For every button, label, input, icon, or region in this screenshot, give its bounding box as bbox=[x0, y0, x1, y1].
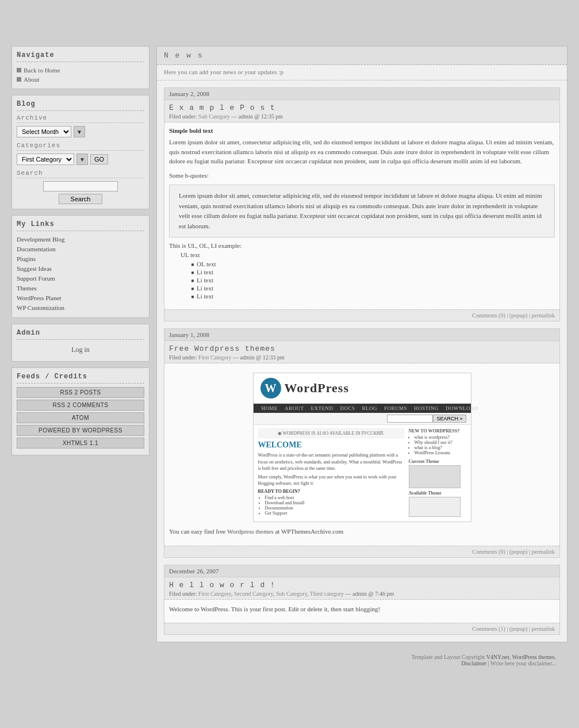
link-plugins[interactable]: Plugins bbox=[17, 255, 36, 262]
wp-themes-link[interactable]: Wordpress themes bbox=[227, 528, 274, 535]
post-category-link-2[interactable]: First Category bbox=[198, 354, 232, 361]
permalink-2[interactable]: permalink bbox=[531, 549, 555, 555]
wp-new-label: NEW TO WORDPRESS? bbox=[409, 428, 466, 434]
post-cat-link-third[interactable]: Third category bbox=[310, 591, 344, 597]
popup-link-2[interactable]: (popup) bbox=[509, 549, 528, 555]
nav-link-home[interactable]: Back to Home bbox=[24, 67, 60, 74]
bquote-label: Some b-quotes: bbox=[169, 171, 555, 181]
category-arrow-icon[interactable]: ▼ bbox=[76, 154, 88, 165]
filed-under-label: Filed under: bbox=[169, 113, 197, 120]
permalink[interactable]: permalink bbox=[531, 312, 555, 319]
my-links-title: My Links bbox=[17, 220, 144, 231]
wp-nav-extend: EXTEND bbox=[308, 404, 337, 413]
login-link[interactable]: Log in bbox=[71, 346, 90, 354]
popup-link[interactable]: (popup) bbox=[509, 312, 528, 319]
wp-search-input[interactable] bbox=[387, 415, 433, 423]
my-links-box: My Links Development Blog Documentation … bbox=[11, 215, 149, 318]
permalink-3[interactable]: permalink bbox=[531, 626, 555, 632]
archive-arrow-icon[interactable]: ▼ bbox=[74, 126, 85, 137]
category-select[interactable]: First Category bbox=[17, 154, 74, 165]
archive-select[interactable]: Select Month bbox=[17, 126, 71, 137]
filed-under-label-2: Filed under: bbox=[169, 354, 197, 361]
link-dev-blog[interactable]: Development Blog bbox=[17, 236, 64, 243]
comments-link-3[interactable]: Comments (1) bbox=[472, 626, 505, 632]
post-footer-2: Comments (0) | (popup) | permalink bbox=[164, 546, 559, 557]
search-input[interactable] bbox=[43, 181, 118, 191]
link-docs[interactable]: Documentation bbox=[17, 246, 56, 252]
footer-disclaimer-link[interactable]: Disclaimer bbox=[461, 660, 486, 666]
post-title-bar-3: H e l l o w o r l d ! Filed under: First… bbox=[164, 577, 559, 600]
list-item: what is a blog? bbox=[415, 445, 466, 450]
list-item: WP Customization bbox=[17, 303, 144, 313]
feeds-title: Feeds / Credits bbox=[17, 373, 144, 384]
list-item: Li text bbox=[190, 268, 555, 276]
list-item: Plugins bbox=[17, 254, 144, 264]
popup-link-3[interactable]: (popup) bbox=[509, 626, 528, 632]
search-label: Search bbox=[17, 170, 144, 178]
link-themes[interactable]: Themes bbox=[17, 285, 37, 292]
post-date-3: December 26, 2007 bbox=[164, 565, 559, 577]
powered-wp-button[interactable]: POWERED BY WORDPRESS bbox=[17, 425, 144, 436]
wp-search-bar: SEARCH » bbox=[254, 413, 471, 425]
wp-logo-bar: W WordPress bbox=[254, 373, 471, 404]
rss-comments-button[interactable]: RSS 2 COMMENTS bbox=[17, 400, 144, 411]
post-author-time-3: — admin @ 7:46 pm bbox=[345, 591, 394, 597]
link-suggest[interactable]: Suggest Ideas bbox=[17, 265, 52, 272]
link-support[interactable]: Support Forum bbox=[17, 275, 55, 282]
navigate-box: Navigate Back to Home About bbox=[11, 46, 149, 89]
xhtml-button[interactable]: XHTMLS 1.1 bbox=[17, 438, 144, 449]
footer-v4ny-link[interactable]: V4NY.net bbox=[486, 654, 509, 660]
list-item: Themes bbox=[17, 283, 144, 293]
wp-current-theme-preview bbox=[409, 465, 461, 488]
post-cat-link-fc[interactable]: First Category bbox=[198, 591, 231, 597]
wp-notice: ◉ WORDPRESS IS ALSO AVAILABLE IN РУССКИЙ… bbox=[258, 428, 404, 438]
post-title-bar: E x a m p l e P o s t Filed under: Sub C… bbox=[164, 100, 559, 122]
link-wp-planet[interactable]: WordPress Planet bbox=[17, 294, 62, 301]
wp-welcome: WELCOME bbox=[258, 440, 404, 450]
category-row: First Category ▼ GO bbox=[17, 154, 144, 165]
wordpress-logo-icon: W bbox=[260, 378, 281, 399]
categories-label: Categories bbox=[17, 142, 144, 151]
post-cat-link-sc[interactable]: Second Category bbox=[234, 591, 273, 597]
wp-intro-text: WordPress is a state-of-the-art semantic… bbox=[258, 452, 404, 472]
list-item: Get Support bbox=[265, 511, 404, 516]
post-content: Simple bold text Lorem ipsum dolor sit a… bbox=[164, 122, 559, 309]
wp-search-button[interactable]: SEARCH » bbox=[433, 415, 466, 423]
feeds-box: Feeds / Credits RSS 2 POSTS RSS 2 COMMEN… bbox=[11, 367, 149, 455]
comments-link-2[interactable]: Comments (0) bbox=[472, 549, 505, 555]
list-item: Suggest Ideas bbox=[17, 264, 144, 274]
go-button[interactable]: GO bbox=[90, 154, 108, 164]
post-date: January 1, 2008 bbox=[164, 329, 559, 341]
post-meta-2: Filed under: First Category — admin @ 12… bbox=[169, 353, 555, 362]
post-footer-3: Comments (1) | (popup) | permalink bbox=[164, 623, 559, 634]
blockquote: Lorem ipsum dolor sit amet, consectetur … bbox=[169, 185, 555, 237]
wp-more-text: More simply, WordPress is what you use w… bbox=[258, 474, 404, 486]
search-button[interactable]: Search bbox=[59, 194, 103, 204]
main-content: N e w s Here you can add your news or yo… bbox=[156, 46, 568, 642]
nav-item-about[interactable]: About bbox=[17, 75, 144, 84]
blog-title: Blog bbox=[17, 100, 144, 111]
wp-body: ◉ WORDPRESS IS ALSO AVAILABLE IN РУССКИЙ… bbox=[254, 425, 471, 522]
atom-button[interactable]: ATOM bbox=[17, 412, 144, 423]
ul-ol-label: This is UL, OL, LI example: bbox=[169, 242, 555, 249]
list-item: Documentation bbox=[17, 244, 144, 254]
footer-wp-themes-link[interactable]: WordPress themes. bbox=[512, 654, 556, 660]
blog-box: Blog Archive Select Month ▼ Categories F… bbox=[11, 95, 149, 209]
rss-posts-button[interactable]: RSS 2 POSTS bbox=[17, 387, 144, 398]
list-item: WordPress Lessons bbox=[415, 450, 466, 455]
list-item: Documentation bbox=[265, 505, 404, 511]
post-cat-link-sub[interactable]: Sub Category bbox=[276, 591, 307, 597]
news-subtitle: Here you can add your news or your updat… bbox=[157, 65, 567, 81]
post-block: January 1, 2008 Free Wordpress themes Fi… bbox=[164, 328, 560, 557]
post-category-link[interactable]: Sub Category bbox=[198, 113, 230, 120]
post-title: E x a m p l e P o s t bbox=[169, 104, 555, 112]
wp-nav-docs: DOCS bbox=[337, 404, 359, 413]
nav-item-home[interactable]: Back to Home bbox=[17, 66, 144, 75]
list-item: Support Forum bbox=[17, 274, 144, 283]
wp-easy-text: You can easy find free Wordpress themes … bbox=[169, 527, 555, 537]
wp-new-list: what is wordpress? Why should I use it? … bbox=[409, 435, 466, 455]
link-wp-custom[interactable]: WP Customization bbox=[17, 304, 64, 311]
comments-link[interactable]: Comments (0) bbox=[472, 312, 505, 319]
nav-link-about[interactable]: About bbox=[24, 76, 40, 83]
news-title: N e w s bbox=[164, 51, 560, 60]
